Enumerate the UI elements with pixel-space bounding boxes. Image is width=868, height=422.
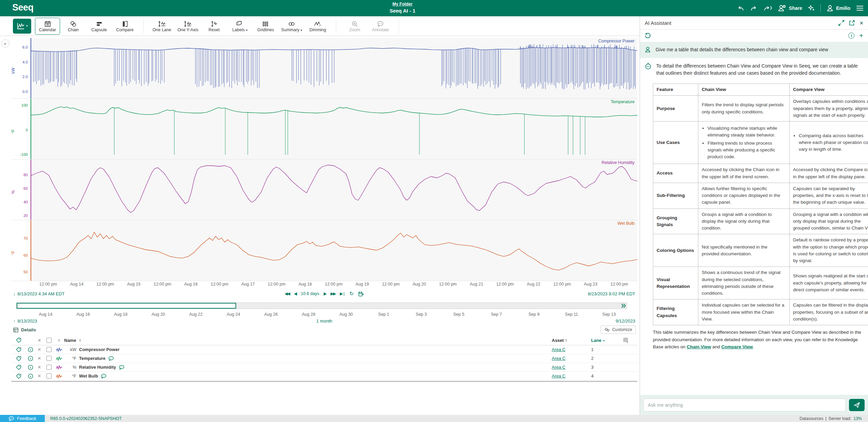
toolbar-button-reset[interactable]: Reset bbox=[202, 18, 227, 35]
remove-all-icon[interactable]: ✕ bbox=[35, 338, 44, 343]
step-forward-fast-button[interactable]: ▶▶ bbox=[331, 291, 335, 296]
redo-icon[interactable] bbox=[750, 5, 758, 12]
view-selector-button[interactable]: ▾ bbox=[13, 19, 31, 34]
range-duration[interactable]: 10.6 days bbox=[301, 291, 319, 296]
share-button[interactable]: Share bbox=[778, 4, 802, 12]
signal-label[interactable]: Compressor Power bbox=[598, 39, 635, 43]
asset-link[interactable]: Area C bbox=[552, 356, 565, 361]
tag-icon[interactable] bbox=[11, 337, 26, 343]
details-row-compressor-power[interactable]: ✕kWCompressor PowerArea C1 bbox=[11, 345, 637, 354]
capsule-time-icon[interactable] bbox=[358, 291, 364, 297]
remove-item-icon[interactable]: ✕ bbox=[35, 373, 44, 379]
step-forward-button[interactable]: ▶ bbox=[324, 291, 326, 296]
comment-icon[interactable] bbox=[119, 365, 125, 370]
toolbar-button-dimming[interactable]: Dimming bbox=[305, 18, 330, 35]
item-info-icon[interactable] bbox=[26, 356, 35, 361]
y-axis-temperature[interactable]: -1000100°F bbox=[11, 99, 31, 159]
trend-lane-wet-bulb[interactable]: 506070°FWet Bulb bbox=[11, 220, 637, 281]
y-axis-compressor-power[interactable]: 0.02.04.06.0kW bbox=[11, 38, 31, 98]
investigate-end[interactable]: 9/12/2023 bbox=[616, 318, 635, 324]
skip-to-end-button[interactable]: ▶❘ bbox=[340, 291, 345, 296]
sort-icon[interactable]: ▲▼ bbox=[565, 338, 567, 342]
plot-area[interactable]: Relative Humidity bbox=[31, 160, 637, 220]
row-checkbox[interactable] bbox=[46, 373, 52, 379]
hamburger-menu-icon[interactable] bbox=[856, 5, 864, 12]
row-checkbox[interactable] bbox=[46, 347, 52, 352]
trend-lane-temperature[interactable]: -1000100°FTemperature bbox=[11, 99, 637, 160]
comment-icon[interactable] bbox=[101, 374, 107, 379]
history-icon[interactable] bbox=[645, 33, 651, 39]
investigate-duration[interactable]: 1 month bbox=[316, 318, 332, 324]
close-panel-icon[interactable]: × bbox=[860, 20, 863, 26]
collapse-panel-chevron[interactable]: ▸ bbox=[1, 39, 10, 48]
y-axis-relative-humidity[interactable]: 20406080% bbox=[11, 160, 31, 220]
customize-button[interactable]: Customize bbox=[601, 326, 636, 334]
toolbar-button-chain[interactable]: Chain bbox=[61, 18, 86, 35]
lane-column-header[interactable]: Lane ▲ bbox=[589, 338, 615, 343]
compare-view-link[interactable]: Compare View bbox=[721, 344, 753, 349]
sparkle-icon[interactable] bbox=[808, 4, 815, 12]
remove-item-icon[interactable]: ✕ bbox=[35, 347, 44, 352]
worksheet-title[interactable]: Seeq AI - 1 bbox=[390, 8, 415, 14]
signal-label[interactable]: Relative Humidity bbox=[602, 160, 635, 165]
scrubber-selection[interactable] bbox=[17, 303, 236, 309]
toolbar-button-gridlines[interactable]: Gridlines bbox=[253, 18, 278, 35]
feedback-button[interactable]: Feedback bbox=[0, 415, 45, 422]
info-icon[interactable]: i bbox=[848, 33, 854, 39]
comment-icon[interactable] bbox=[108, 356, 114, 361]
step-back-fast-button[interactable]: ◀◀ bbox=[285, 291, 289, 296]
details-row-temperature[interactable]: ✕°FTemperatureArea C2 bbox=[11, 354, 637, 363]
send-button[interactable] bbox=[849, 399, 865, 411]
item-info-icon[interactable] bbox=[26, 347, 35, 352]
name-column-header[interactable]: Name▲▼ bbox=[64, 338, 552, 343]
undo-icon[interactable] bbox=[736, 5, 744, 12]
signal-name[interactable]: Relative Humidity bbox=[79, 365, 116, 370]
range-start[interactable]: ↓8/13/2023 4:34 AM EDT bbox=[13, 291, 64, 296]
refresh-icon[interactable]: ↻ bbox=[350, 291, 354, 297]
version-string[interactable]: R65.0.0-v202402062352-SNAPSHOT bbox=[50, 416, 122, 421]
seeq-logo[interactable]: Seeq bbox=[12, 2, 34, 13]
remove-item-icon[interactable]: ✕ bbox=[35, 356, 44, 361]
range-end[interactable]: 8/23/2023 8:02 PM EDT bbox=[588, 291, 635, 296]
breadcrumb[interactable]: My Folder bbox=[392, 2, 412, 6]
step-back-button[interactable]: ◀ bbox=[294, 291, 296, 296]
tag-icon[interactable] bbox=[11, 365, 26, 370]
toolbar-button-labels[interactable]: Labels ▾ bbox=[227, 18, 252, 35]
toolbar-button-one-lane[interactable]: One Lane bbox=[149, 18, 174, 35]
datasources-link[interactable]: Datasources bbox=[799, 416, 823, 421]
tag-icon[interactable] bbox=[11, 373, 26, 379]
new-chat-icon[interactable]: + bbox=[859, 33, 863, 38]
sort-icon[interactable]: ▲▼ bbox=[79, 338, 81, 342]
open-in-new-icon[interactable] bbox=[849, 20, 855, 26]
toolbar-button-summary[interactable]: Summary ▾ bbox=[279, 18, 304, 35]
signal-name[interactable]: Temperature bbox=[79, 356, 106, 361]
investigate-scrubber[interactable] bbox=[16, 302, 627, 309]
scrubber-track[interactable] bbox=[16, 302, 627, 309]
signal-label[interactable]: Wet Bulb bbox=[618, 221, 635, 226]
add-column-icon[interactable] bbox=[615, 338, 637, 343]
investigate-start[interactable]: ↑8/13/2023 bbox=[13, 318, 37, 324]
server-load-value[interactable]: 13% bbox=[853, 416, 862, 421]
plot-area[interactable]: Compressor Power bbox=[31, 38, 637, 98]
ask-anything-input[interactable] bbox=[643, 399, 846, 411]
user-menu[interactable]: Emilio bbox=[826, 4, 850, 12]
y-axis-wet-bulb[interactable]: 506070°F bbox=[11, 220, 31, 281]
toolbar-button-capsule[interactable]: Capsule bbox=[87, 18, 112, 35]
sort-icon[interactable]: ▲▼ bbox=[58, 338, 60, 342]
toolbar-button-calendar[interactable]: Calendar bbox=[35, 18, 60, 35]
asset-column-header[interactable]: Asset ▲▼ bbox=[552, 338, 589, 343]
signal-label[interactable]: Temperature bbox=[611, 99, 635, 104]
forward-icon[interactable] bbox=[763, 5, 772, 12]
signal-name[interactable]: Wet Bulb bbox=[79, 373, 98, 379]
row-checkbox[interactable] bbox=[46, 356, 52, 361]
asset-link[interactable]: Area C bbox=[552, 347, 565, 352]
details-row-relative-humidity[interactable]: ✕%Relative HumidityArea C3 bbox=[11, 363, 637, 372]
asset-link[interactable]: Area C bbox=[552, 365, 565, 370]
remove-item-icon[interactable]: ✕ bbox=[35, 365, 44, 370]
trend-chart[interactable]: 0.02.04.06.0kWCompressor Power-1000100°F… bbox=[11, 38, 637, 281]
toolbar-button-one-y-axis[interactable]: One Y-Axis bbox=[175, 18, 201, 35]
panel-resize-handle[interactable] bbox=[11, 381, 637, 382]
jump-to-end-icon[interactable] bbox=[621, 304, 626, 308]
plot-area[interactable]: Temperature bbox=[31, 99, 637, 159]
details-row-wet-bulb[interactable]: ✕°FWet BulbArea C4 bbox=[11, 372, 637, 381]
